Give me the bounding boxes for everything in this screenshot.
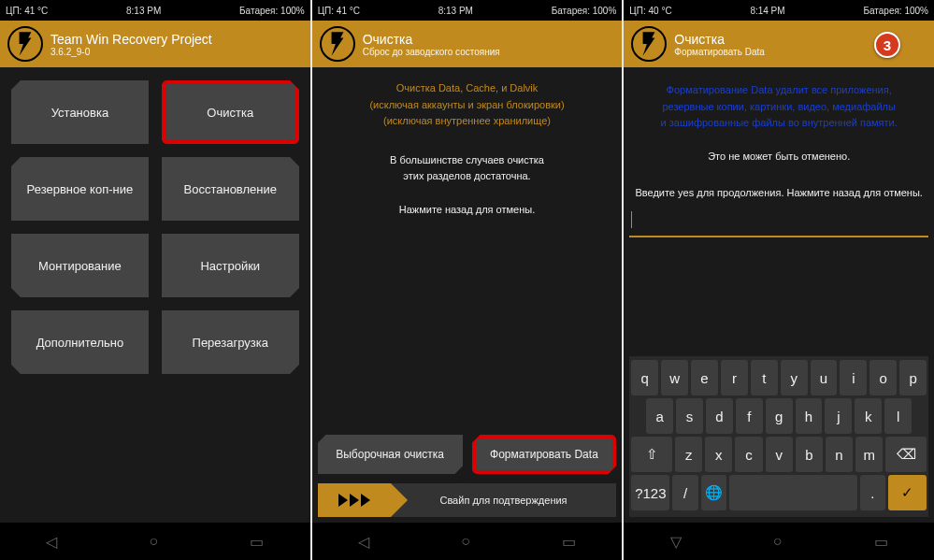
status-time: 8:13 PM: [126, 6, 161, 16]
key-/[interactable]: /: [672, 475, 697, 510]
wipe-button[interactable]: Очистка: [162, 80, 299, 144]
key-l[interactable]: l: [884, 398, 912, 434]
key-e[interactable]: e: [691, 360, 718, 395]
warning-2: резервные копии, картинки, видео, медиаф…: [629, 99, 928, 116]
nav-back-icon[interactable]: ◁: [358, 533, 369, 551]
key-a[interactable]: a: [646, 398, 673, 434]
key-⇧[interactable]: ⇧: [631, 437, 672, 472]
nav-home-icon[interactable]: ○: [149, 533, 158, 550]
key-f[interactable]: f: [736, 398, 763, 434]
header: Team Win Recovery Project 3.6.2_9-0: [0, 21, 310, 67]
warning-3: и зашифрованные файлы во внутренней памя…: [629, 115, 928, 132]
status-cpu: ЦП: 40 °C: [629, 6, 671, 16]
nav-recent-icon[interactable]: ▭: [874, 533, 888, 551]
key-s[interactable]: s: [676, 398, 703, 434]
key-?123[interactable]: ?123: [631, 475, 669, 510]
key-v[interactable]: v: [766, 437, 793, 472]
nav-back-icon[interactable]: ▽: [670, 533, 682, 551]
nav-recent-icon[interactable]: ▭: [562, 533, 576, 551]
header-subtitle: Форматировать Data: [674, 47, 764, 57]
install-button[interactable]: Установка: [11, 80, 149, 144]
header-title: Очистка: [674, 32, 764, 47]
key-j[interactable]: j: [825, 398, 852, 434]
header-subtitle: Сброс до заводского состояния: [363, 47, 500, 57]
wipe-info-1: В большинстве случаев очистка: [318, 152, 617, 169]
key-n[interactable]: n: [826, 437, 853, 472]
status-cpu: ЦП: 41 °C: [318, 6, 360, 16]
annotation-badge-3: 3: [874, 32, 900, 58]
nav-back-icon[interactable]: ◁: [46, 533, 57, 551]
backup-button[interactable]: Резервное коп-ние: [11, 157, 149, 221]
header-title: Очистка: [363, 32, 500, 47]
key-p[interactable]: p: [899, 360, 927, 395]
key-h[interactable]: h: [796, 398, 823, 434]
key-u[interactable]: u: [811, 360, 838, 395]
advanced-wipe-button[interactable]: Выборочная очистка: [318, 435, 463, 474]
screen-wipe: ЦП: 41 °C 8:13 PM Батарея: 100% Очистка …: [312, 0, 623, 560]
wipe-desc-2: (исключая аккаунты и экран блокировки): [318, 97, 617, 114]
statusbar: ЦП: 41 °C 8:13 PM Батарея: 100%: [312, 0, 623, 21]
navbar: ◁ ○ ▭: [312, 523, 623, 560]
irreversible-text: Это не может быть отменено.: [629, 149, 928, 165]
key-i[interactable]: i: [840, 360, 867, 395]
status-time: 8:14 PM: [750, 6, 784, 16]
status-battery: Батарея: 100%: [239, 6, 305, 16]
key-w[interactable]: w: [661, 360, 688, 395]
status-time: 8:13 PM: [438, 6, 473, 16]
nav-home-icon[interactable]: ○: [461, 533, 470, 550]
screen-main: ЦП: 41 °C 8:13 PM Батарея: 100% Team Win…: [0, 0, 310, 560]
key-o[interactable]: o: [869, 360, 897, 395]
keyboard: qwertyuiop asdfghjkl ⇧zxcvbnm⌫ ?123/🌐 .✓: [629, 356, 928, 517]
header: Очистка Форматировать Data 3: [624, 21, 934, 67]
prompt-text: Введите yes для продолжения. Нажмите наз…: [629, 185, 928, 202]
twrp-logo-icon: [320, 26, 355, 62]
header-subtitle: 3.6.2_9-0: [50, 47, 212, 57]
key-c[interactable]: c: [735, 437, 762, 472]
key-.[interactable]: .: [860, 475, 885, 510]
key-b[interactable]: b: [796, 437, 823, 472]
key-q[interactable]: q: [631, 360, 658, 395]
warning-1: Форматирование Data удалит все приложени…: [629, 82, 928, 99]
nav-home-icon[interactable]: ○: [773, 533, 783, 550]
nav-recent-icon[interactable]: ▭: [250, 533, 264, 551]
header: Очистка Сброс до заводского состояния: [312, 21, 623, 67]
swipe-handle-icon[interactable]: [318, 483, 391, 517]
key-✓[interactable]: ✓: [888, 475, 927, 510]
navbar: ◁ ○ ▭: [0, 523, 310, 560]
main-menu: Установка Очистка Резервное коп-ние Восс…: [6, 73, 305, 381]
advanced-button[interactable]: Дополнительно: [11, 310, 149, 374]
key-🌐[interactable]: 🌐: [701, 475, 726, 510]
screen-format-data: ЦП: 40 °C 8:14 PM Батарея: 100% Очистка …: [624, 0, 934, 560]
wipe-info-2: этих разделов достаточна.: [318, 168, 617, 185]
key-d[interactable]: d: [706, 398, 733, 434]
settings-button[interactable]: Настройки: [162, 234, 299, 297]
key-z[interactable]: z: [675, 437, 702, 472]
header-title: Team Win Recovery Project: [50, 32, 212, 47]
key-r[interactable]: r: [721, 360, 748, 395]
status-cpu: ЦП: 41 °C: [6, 6, 48, 16]
wipe-info-3: Нажмите назад для отмены.: [318, 202, 617, 219]
status-battery: Батарея: 100%: [863, 6, 928, 16]
statusbar: ЦП: 40 °C 8:14 PM Батарея: 100%: [624, 0, 934, 21]
key-⌫[interactable]: ⌫: [885, 437, 927, 472]
wipe-desc-3: (исключая внутреннее хранилище): [318, 113, 617, 130]
key-y[interactable]: y: [781, 360, 808, 395]
key-x[interactable]: x: [705, 437, 732, 472]
key-m[interactable]: m: [855, 437, 883, 472]
navbar: ▽ ○ ▭: [624, 523, 934, 560]
key-k[interactable]: k: [855, 398, 882, 434]
swipe-label: Свайп для подтверждения: [391, 495, 617, 506]
mount-button[interactable]: Монтирование: [11, 234, 149, 297]
swipe-to-confirm[interactable]: Свайп для подтверждения: [318, 483, 617, 517]
key-space[interactable]: [729, 475, 857, 510]
status-battery: Батарея: 100%: [552, 6, 617, 16]
key-t[interactable]: t: [751, 360, 778, 395]
yes-input[interactable]: [629, 208, 928, 237]
reboot-button[interactable]: Перезагрузка: [162, 310, 299, 374]
wipe-desc-1: Очистка Data, Cache, и Dalvik: [318, 80, 617, 97]
key-g[interactable]: g: [766, 398, 793, 434]
format-data-button[interactable]: Форматировать Data: [472, 435, 617, 474]
twrp-logo-icon: [7, 26, 43, 62]
twrp-logo-icon: [631, 26, 667, 62]
restore-button[interactable]: Восстановление: [162, 157, 299, 221]
